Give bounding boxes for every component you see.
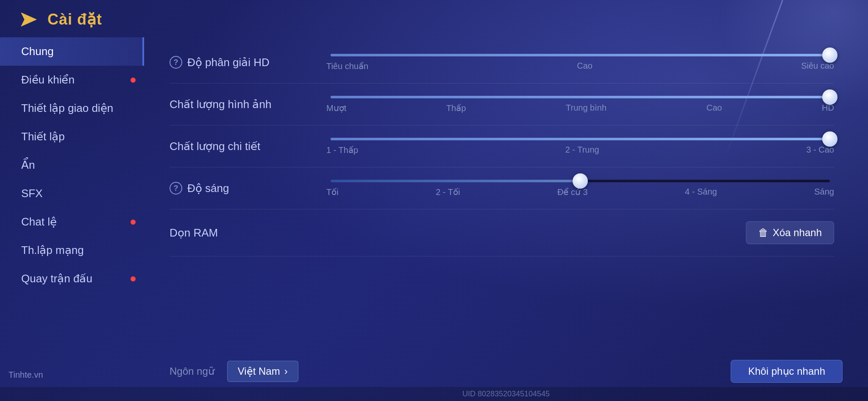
trash-icon: 🗑 <box>758 227 768 239</box>
sidebar-item-chung[interactable]: Chung <box>0 37 144 66</box>
uid-bar: UID 80283520345104545 <box>0 387 868 401</box>
sidebar-item-chat-le[interactable]: Chat lệ <box>0 208 144 236</box>
sidebar-item-dieu-khien[interactable]: Điều khiển <box>0 66 144 94</box>
language-button[interactable]: Việt Nam › <box>227 361 298 382</box>
header: Cài đặt <box>0 0 868 33</box>
notification-dot <box>131 78 136 83</box>
sidebar-item-an[interactable]: Ẩn <box>0 151 144 179</box>
sidebar-item-thiet-lap[interactable]: Thiết lập <box>0 123 144 151</box>
setting-do-sang: ? Độ sáng Tối 2 - Tối Để cứ 3 <box>170 167 834 209</box>
logo-icon <box>17 10 41 29</box>
brightness-slider[interactable]: Tối 2 - Tối Để cứ 3 4 - Sáng Sáng <box>326 179 834 197</box>
watermark: Tinhte.vn <box>8 370 43 380</box>
language-label: Ngôn ngữ <box>170 365 214 377</box>
xoa-nhanh-button[interactable]: 🗑 Xóa nhanh <box>746 221 834 244</box>
content-panel: ? Độ phân giải HD Tiêu chuẩn Cao Siêu <box>144 33 868 351</box>
image-quality-slider[interactable]: Mượt Thấp Trung bình Cao HD <box>326 95 834 113</box>
setting-don-ram: Dọn RAM 🗑 Xóa nhanh <box>170 209 834 256</box>
notification-dot-quay <box>131 276 136 281</box>
sidebar-item-th-lap-mang[interactable]: Th.lập mạng <box>0 236 144 265</box>
sidebar-item-thiet-lap-giao-dien[interactable]: Thiết lập giao diện <box>0 94 144 123</box>
svg-marker-0 <box>21 13 36 26</box>
main-layout: Chung Điều khiển Thiết lập giao diện Thi… <box>0 33 868 351</box>
help-icon-resolution[interactable]: ? <box>170 56 182 69</box>
sidebar-item-quay-tran-dau[interactable]: Quay trận đấu <box>0 265 144 293</box>
setting-do-phan-giai: ? Độ phân giải HD Tiêu chuẩn Cao Siêu <box>170 42 834 84</box>
setting-chat-luong-hinh-anh: Chất lượng hình ảnh Mượt Thấp Trung bình… <box>170 84 834 125</box>
uid-text: UID 80283520345104545 <box>462 390 550 398</box>
page-title: Cài đặt <box>47 11 102 28</box>
notification-dot-chat <box>131 220 136 225</box>
khoi-phuc-nhanh-button[interactable]: Khôi phục nhanh <box>731 360 843 383</box>
help-icon-brightness[interactable]: ? <box>170 182 182 195</box>
chevron-right-icon: › <box>284 365 288 377</box>
detail-quality-slider[interactable]: 1 - Thấp 2 - Trung 3 - Cao <box>326 137 834 155</box>
sidebar-item-sfx[interactable]: SFX <box>0 179 144 208</box>
sidebar: Chung Điều khiển Thiết lập giao diện Thi… <box>0 33 144 351</box>
bottom-bar: Ngôn ngữ Việt Nam › Khôi phục nhanh <box>144 351 868 387</box>
